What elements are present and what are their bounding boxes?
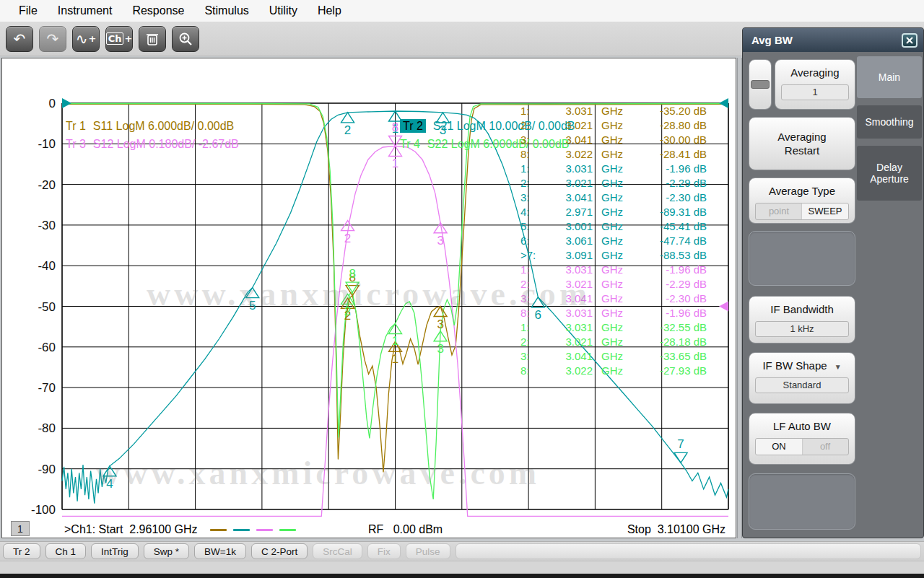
averaging-indicator-icon [751, 80, 770, 89]
svg-text:4: 4 [106, 477, 113, 491]
averaging-restart-label: Averaging Restart [770, 130, 834, 157]
status-pulse[interactable]: Pulse [406, 543, 450, 559]
marker-table-row: 5:3.001GHz-45.41 dB [520, 219, 707, 234]
lower-strip [0, 561, 924, 574]
averaging-label: Averaging [775, 60, 855, 79]
svg-text:-100: -100 [31, 503, 56, 517]
averaging-value-field[interactable]: 1 [781, 84, 849, 100]
if-bw-shape-label: IF BW Shape▼ [749, 353, 855, 372]
redo-icon: ↷ [47, 30, 59, 48]
svg-text:3: 3 [437, 318, 443, 331]
svg-text:0: 0 [49, 97, 56, 110]
svg-text:2: 2 [344, 123, 351, 137]
lf-auto-bw-toggle[interactable]: ON off [755, 438, 849, 455]
svg-text:2: 2 [344, 232, 351, 245]
svg-text:7: 7 [677, 437, 684, 451]
menu-instrument[interactable]: Instrument [48, 1, 123, 20]
marker-table-row: 3:3.041GHz-2.30 dB [520, 191, 707, 205]
svg-text:-10: -10 [38, 137, 56, 151]
marker-table-row: 2:3.021GHz-28.80 dB [520, 118, 707, 133]
average-type-toggle[interactable]: point SWEEP [755, 203, 849, 220]
status-active-channel[interactable]: Ch 1 [45, 543, 87, 559]
channel-number-badge[interactable]: 1 [11, 521, 30, 536]
trace-1-header[interactable]: Tr 1S11 LogM 6.000dB/ 0.00dB [66, 120, 234, 133]
trace-1-id: Tr 1 [66, 120, 86, 132]
svg-text:-40: -40 [38, 259, 56, 273]
lf-auto-bw-on[interactable]: ON [756, 439, 802, 455]
close-icon [906, 37, 913, 44]
add-trace-button[interactable]: ∿+ [72, 26, 100, 52]
lf-auto-bw-off[interactable]: off [802, 439, 848, 455]
panel-tabs: Main Smoothing Delay Aperture [857, 56, 922, 208]
marker-table-row: 4:2.971GHz-89.31 dB [520, 205, 707, 219]
panel-close-button[interactable] [902, 33, 918, 48]
lf-auto-bw-button[interactable]: LF Auto BW ON off [749, 413, 855, 465]
marker-table-row: 2:3.021GHz-28.18 dB [520, 335, 707, 349]
trash-icon [146, 32, 159, 46]
marker-table-row: 1:3.031GHz-1.96 dB [520, 162, 707, 176]
svg-text:-80: -80 [38, 421, 56, 435]
status-cal[interactable]: C 2-Port [251, 543, 308, 559]
average-type-point[interactable]: point [756, 203, 802, 219]
redo-button[interactable]: ↷ [39, 26, 66, 52]
status-bandwidth[interactable]: BW=1k [194, 543, 246, 559]
marker-table-row: 1:3.031GHz-1.96 dB [520, 263, 707, 277]
plot-area: 0-10-20-30-40-50-60-70-80-90-10012381234… [1, 58, 736, 538]
marker-readout-table: 1:3.031GHz-35.20 dB2:3.021GHz-28.80 dB3:… [520, 104, 707, 378]
average-type-label: Average Type [749, 178, 855, 197]
window-bottom-edge [0, 574, 924, 578]
legend-dash-tr2 [233, 529, 250, 531]
if-bandwidth-button[interactable]: IF Bandwidth 1 kHz [749, 296, 855, 343]
status-bar: Tr 2 Ch 1 IntTrig Swp * BW=1k C 2-Port S… [0, 541, 924, 561]
plot-panel-splitter[interactable] [737, 58, 742, 538]
zoom-button[interactable] [172, 26, 199, 52]
averaging-enable-button[interactable] [749, 59, 772, 110]
menu-help[interactable]: Help [308, 1, 352, 20]
panel-controls: Averaging 1 Averaging Restart Average Ty… [749, 59, 855, 530]
marker-table-row: 8:3.022GHz-27.93 dB [520, 364, 707, 378]
svg-text:3: 3 [437, 342, 443, 356]
menu-file[interactable]: File [9, 1, 48, 20]
averaging-restart-button[interactable]: Averaging Restart [749, 117, 855, 170]
status-sweep[interactable]: Swp * [144, 543, 189, 559]
averaging-button[interactable]: Averaging 1 [775, 59, 855, 110]
rf-power: RF 0.00 dBm [368, 523, 443, 536]
delete-button[interactable] [139, 26, 166, 52]
status-active-trace[interactable]: Tr 2 [3, 543, 40, 559]
add-channel-button[interactable]: Ch+ [105, 26, 133, 52]
status-trigger[interactable]: IntTrig [91, 543, 139, 559]
add-trace-icon: ∿ [76, 30, 88, 48]
status-fix[interactable]: Fix [367, 543, 401, 559]
menu-bar: File Instrument Response Stimulus Utilit… [0, 0, 924, 22]
menu-response[interactable]: Response [122, 1, 194, 20]
trace-color-legend [210, 529, 296, 531]
start-frequency: >Ch1: Start 2.96100 GHz [64, 523, 198, 536]
trace-3-header[interactable]: Tr 3S12 LogM 0.180dB/ -2.67dB [66, 138, 239, 151]
if-bw-shape-value-field[interactable]: Standard [755, 377, 849, 393]
if-bandwidth-value-field[interactable]: 1 kHz [755, 321, 849, 337]
tab-main[interactable]: Main [857, 56, 922, 98]
menu-stimulus[interactable]: Stimulus [194, 1, 258, 20]
lf-auto-bw-label: LF Auto BW [749, 413, 855, 432]
marker-table-row: 2:3.021GHz-2.29 dB [520, 176, 707, 191]
if-bw-shape-button[interactable]: IF BW Shape▼ Standard [749, 352, 855, 404]
svg-text:-30: -30 [38, 219, 56, 232]
marker-table-row: 8:3.031GHz-1.96 dB [520, 306, 707, 320]
add-channel-icon: Ch [106, 32, 124, 45]
status-srccal[interactable]: SrcCal [313, 543, 362, 559]
marker-table-row: 1:3.031GHz-35.20 dB [520, 104, 707, 118]
tab-delay-aperture[interactable]: Delay Aperture [857, 146, 922, 201]
tab-smoothing[interactable]: Smoothing [857, 105, 922, 139]
average-type-button[interactable]: Average Type point SWEEP [749, 178, 855, 224]
svg-text:-20: -20 [38, 178, 56, 192]
legend-dash-tr4 [279, 529, 296, 531]
average-type-sweep[interactable]: SWEEP [802, 203, 848, 219]
undo-button[interactable]: ↶ [6, 26, 33, 52]
marker-table-row: 2:3.021GHz-2.29 dB [520, 277, 707, 292]
legend-dash-tr3 [256, 529, 273, 531]
menu-utility[interactable]: Utility [259, 1, 308, 20]
blank-softkey-2 [749, 473, 855, 530]
svg-text:-70: -70 [38, 381, 56, 395]
marker-table-row: 6:3.061GHz-47.74 dB [520, 234, 707, 248]
zoom-icon [178, 32, 193, 46]
